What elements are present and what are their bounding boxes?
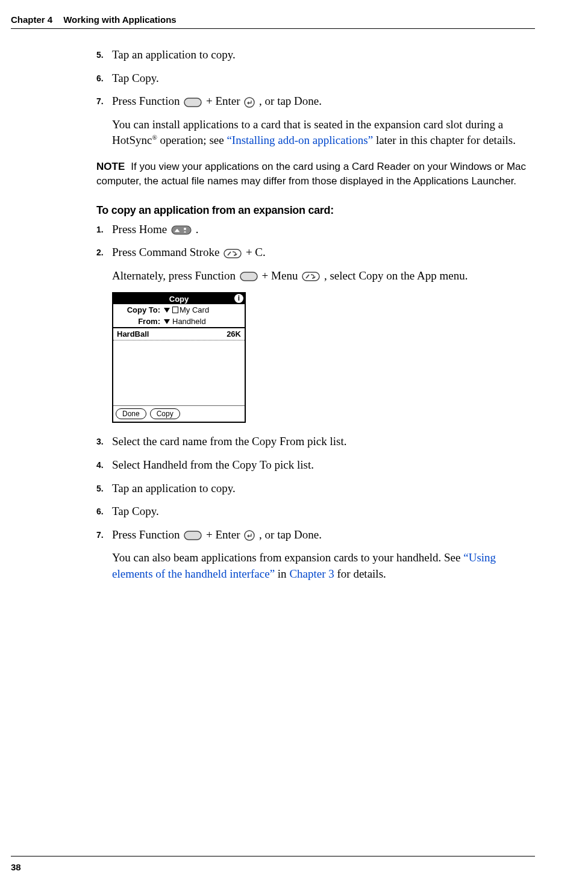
- chapter-3-link[interactable]: Chapter 3: [289, 567, 334, 580]
- from-field: From: Handheld: [113, 316, 245, 327]
- text-segment: operation; see: [157, 134, 227, 146]
- list-text: Tap an application to copy.: [112, 47, 236, 63]
- list-item: 5. Tap an application to copy.: [96, 47, 535, 63]
- list-number: 5.: [96, 47, 112, 63]
- list-text: Tap an application to copy.: [112, 481, 236, 497]
- app-list-row[interactable]: HardBall 26K: [113, 327, 245, 340]
- text-segment: Press Command Stroke: [112, 246, 222, 258]
- function-key-icon: [240, 272, 258, 281]
- installing-addons-link[interactable]: “Installing add-on applications”: [227, 134, 373, 146]
- dropdown-icon: [164, 319, 170, 324]
- note-label: NOTE: [96, 161, 125, 172]
- app-size: 26K: [227, 329, 241, 339]
- done-button[interactable]: Done: [116, 408, 146, 419]
- registered-mark: ®: [152, 134, 157, 141]
- text-segment: Press Function: [112, 528, 183, 541]
- svg-rect-5: [240, 272, 257, 281]
- list-item: 1. Press Home .: [96, 222, 535, 238]
- list-item: 7. Press Function + Enter , or tap Done.…: [96, 527, 535, 582]
- list-number: 7.: [96, 527, 112, 582]
- list-number: 1.: [96, 222, 112, 238]
- svg-point-8: [245, 531, 254, 540]
- dialog-titlebar: Copy i: [113, 293, 245, 304]
- list-item: 2. Press Command Stroke + C. Alternately…: [96, 245, 535, 284]
- list-item: 6. Tap Copy.: [96, 70, 535, 87]
- footer-rule: [11, 856, 535, 856]
- page-header: Chapter 4 Working with Applications: [11, 14, 535, 29]
- text-segment: + Menu: [262, 269, 301, 282]
- note-text: If you view your applications on the car…: [96, 161, 526, 187]
- list-text: Select Handheld from the Copy To pick li…: [112, 457, 314, 473]
- text-segment: later in this chapter for details.: [373, 134, 516, 146]
- function-key-icon: [184, 98, 202, 107]
- list-text: Tap Copy.: [112, 70, 159, 87]
- menu-key-icon: [302, 272, 320, 281]
- svg-rect-4: [224, 249, 241, 258]
- list-number: 7.: [96, 93, 112, 149]
- list-number: 2.: [96, 245, 112, 284]
- text-segment: , select Copy on the App menu.: [324, 269, 468, 282]
- enter-key-icon: [244, 530, 255, 541]
- list-text: Press Function + Enter , or tap Done. Yo…: [112, 93, 535, 149]
- list-number: 3.: [96, 434, 112, 450]
- copy-to-label: Copy To:: [117, 305, 160, 314]
- dropdown-icon: [164, 308, 170, 313]
- chapter-label: Chapter 4: [11, 14, 52, 25]
- svg-rect-0: [184, 98, 201, 107]
- card-icon: [172, 307, 178, 313]
- list-text: Press Function + Enter , or tap Done. Yo…: [112, 527, 535, 582]
- text-segment: + Enter: [206, 95, 243, 107]
- svg-rect-7: [184, 531, 201, 540]
- text-segment: for details.: [334, 567, 386, 580]
- list-number: 5.: [96, 481, 112, 497]
- list-item: 4. Select Handheld from the Copy To pick…: [96, 457, 535, 473]
- list-item: 3. Select the card name from the Copy Fr…: [96, 434, 535, 450]
- copy-to-field: Copy To: My Card: [113, 304, 245, 316]
- list-number: 4.: [96, 457, 112, 473]
- dialog-title: Copy: [169, 295, 189, 304]
- list-text: Select the card name from the Copy From …: [112, 434, 346, 450]
- svg-point-3: [184, 228, 186, 230]
- text-segment: + Enter: [206, 528, 243, 541]
- list-text: Press Home .: [112, 222, 199, 238]
- page-content: 5. Tap an application to copy. 6. Tap Co…: [11, 47, 535, 582]
- from-label: From:: [117, 317, 160, 326]
- copy-button[interactable]: Copy: [150, 408, 180, 419]
- from-value: Handheld: [172, 317, 206, 326]
- info-icon[interactable]: i: [234, 294, 243, 303]
- copy-to-select[interactable]: My Card: [164, 305, 209, 314]
- section-subheading: To copy an application from an expansion…: [96, 204, 535, 217]
- page-number: 38: [11, 862, 21, 872]
- svg-point-1: [245, 98, 254, 107]
- text-segment: .: [196, 223, 199, 236]
- from-select[interactable]: Handheld: [164, 317, 206, 326]
- text-segment: Press Function: [112, 95, 183, 107]
- list-item: 5. Tap an application to copy.: [96, 481, 535, 497]
- enter-key-icon: [244, 97, 255, 108]
- text-segment: Press Home: [112, 223, 170, 236]
- svg-rect-6: [302, 272, 319, 281]
- dialog-footer: Done Copy: [113, 405, 245, 422]
- dialog-frame: Copy i Copy To: My Card From: Handheld: [112, 292, 246, 423]
- function-key-icon: [184, 531, 202, 540]
- copy-to-value: My Card: [180, 305, 209, 314]
- list-item: 6. Tap Copy.: [96, 504, 535, 520]
- copy-dialog-screenshot: Copy i Copy To: My Card From: Handheld: [112, 292, 535, 423]
- text-segment: + C.: [246, 246, 266, 258]
- list-number: 6.: [96, 70, 112, 87]
- app-list-empty: [113, 340, 245, 405]
- app-name: HardBall: [117, 329, 149, 339]
- command-stroke-icon: [224, 249, 242, 258]
- text-segment: You can also beam applications from expa…: [112, 551, 463, 564]
- home-button-icon: [171, 225, 192, 235]
- text-segment: in: [275, 567, 289, 580]
- svg-rect-2: [172, 226, 191, 234]
- chapter-title: Working with Applications: [63, 14, 177, 25]
- list-text: Press Command Stroke + C. Alternately, p…: [112, 245, 468, 284]
- text-segment: Alternately, press Function: [112, 269, 239, 282]
- list-number: 6.: [96, 504, 112, 520]
- text-segment: , or tap Done.: [259, 528, 322, 541]
- text-segment: , or tap Done.: [259, 95, 322, 107]
- note-block: NOTEIf you view your applications on the…: [96, 160, 535, 189]
- list-item: 7. Press Function + Enter , or tap Done.…: [96, 93, 535, 149]
